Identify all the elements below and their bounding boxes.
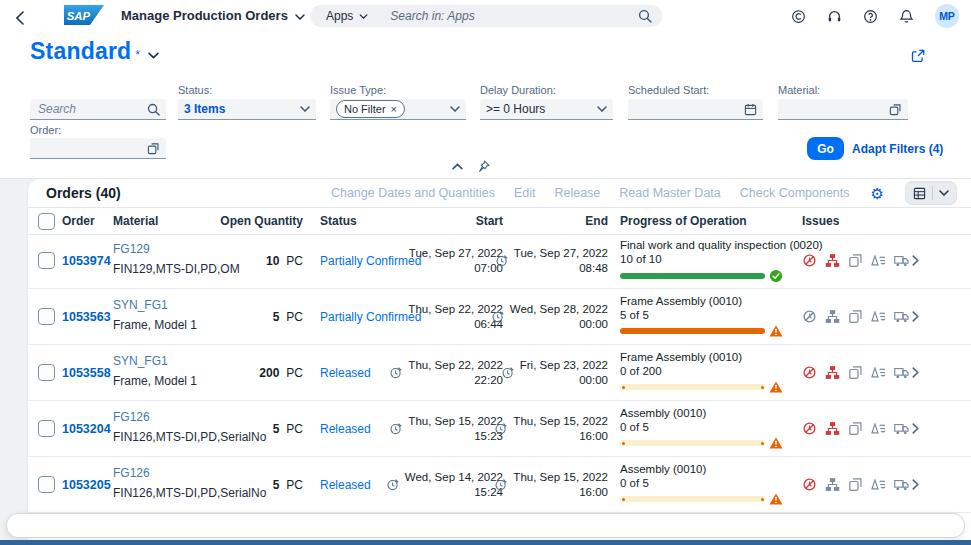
search-field[interactable] xyxy=(30,99,166,120)
shipment-issue-icon[interactable] xyxy=(894,309,909,324)
table-row[interactable]: 1053204 FG126 FIN126,MTS-DI,PD,SerialNo … xyxy=(28,401,971,457)
row-checkbox[interactable] xyxy=(38,252,55,269)
go-button[interactable]: Go xyxy=(807,137,844,160)
documents-issue-icon[interactable] xyxy=(848,309,863,324)
chevron-down-icon[interactable] xyxy=(300,106,310,112)
delay-duration-filter[interactable]: >= 0 Hours xyxy=(480,99,613,120)
help-icon[interactable] xyxy=(863,9,878,24)
component-issue-icon[interactable] xyxy=(825,309,840,324)
documents-issue-icon[interactable] xyxy=(848,477,863,492)
pin-icon[interactable] xyxy=(477,160,490,173)
release-button[interactable]: Release xyxy=(554,186,600,200)
order-link[interactable]: 1053974 xyxy=(62,254,111,268)
row-checkbox[interactable] xyxy=(38,308,55,325)
col-status[interactable]: Status xyxy=(320,208,357,234)
table-row[interactable]: 1053563 SYN_FG1 Frame, Model 1 5PC Parti… xyxy=(28,289,971,345)
progress-count: 0 of 200 xyxy=(620,364,805,379)
status-filter[interactable]: 3 Items xyxy=(178,99,316,120)
row-checkbox[interactable] xyxy=(38,476,55,493)
component-issue-icon[interactable] xyxy=(825,253,840,268)
notifications-bell-icon[interactable] xyxy=(899,9,914,24)
quality-issue-icon[interactable] xyxy=(871,365,886,380)
documents-issue-icon[interactable] xyxy=(848,365,863,380)
row-navigation-chevron-icon[interactable] xyxy=(912,423,919,434)
delay-issue-icon[interactable] xyxy=(802,421,817,436)
table-row[interactable]: 1053205 FG126 FIN126,MTS-DI,PD,SerialNo … xyxy=(28,457,971,513)
material-cell: SYN_FG1 Frame, Model 1 xyxy=(113,345,197,400)
share-icon[interactable] xyxy=(911,46,925,64)
order-filter[interactable] xyxy=(30,138,166,159)
component-issue-icon[interactable] xyxy=(825,477,840,492)
shipment-issue-icon[interactable] xyxy=(894,253,909,268)
row-navigation-chevron-icon[interactable] xyxy=(912,479,919,490)
quality-issue-icon[interactable] xyxy=(871,253,886,268)
issues-cell xyxy=(802,457,912,512)
search-scope-button[interactable]: Apps xyxy=(320,9,374,23)
collapse-header-icon[interactable] xyxy=(452,163,463,170)
delay-issue-icon[interactable] xyxy=(802,309,817,324)
check-components-button[interactable]: Check Components xyxy=(740,186,850,200)
row-navigation-chevron-icon[interactable] xyxy=(912,367,919,378)
order-link[interactable]: 1053563 xyxy=(62,310,111,324)
col-end[interactable]: End xyxy=(483,208,608,234)
material-filter[interactable] xyxy=(778,99,908,120)
calendar-icon[interactable] xyxy=(744,103,757,116)
token-remove-icon[interactable]: × xyxy=(391,103,397,115)
value-help-icon[interactable] xyxy=(147,142,160,155)
shipment-issue-icon[interactable] xyxy=(894,365,909,380)
select-all-checkbox[interactable] xyxy=(38,213,55,230)
col-order[interactable]: Order xyxy=(62,208,95,234)
chevron-down-icon[interactable] xyxy=(450,106,460,112)
search-icon[interactable] xyxy=(147,103,160,116)
end-time: 16:00 xyxy=(513,429,608,444)
shell-search-input[interactable] xyxy=(388,8,638,24)
copilot-icon[interactable] xyxy=(791,9,806,24)
progress-bar xyxy=(620,273,765,279)
quality-issue-icon[interactable] xyxy=(871,309,886,324)
scheduled-start-filter[interactable] xyxy=(628,99,763,120)
adapt-filters-link[interactable]: Adapt Filters (4) xyxy=(852,142,943,156)
chevron-down-icon[interactable] xyxy=(939,190,949,196)
back-button[interactable] xyxy=(16,8,24,26)
table-column-headers: Order Material Open Quantity Status Star… xyxy=(28,207,971,235)
shipment-issue-icon[interactable] xyxy=(894,421,909,436)
search-icon[interactable] xyxy=(638,9,652,23)
col-issues[interactable]: Issues xyxy=(802,208,839,234)
order-link[interactable]: 1053204 xyxy=(62,422,111,436)
chevron-down-icon[interactable] xyxy=(597,106,607,112)
edit-button[interactable]: Edit xyxy=(514,186,536,200)
row-navigation-chevron-icon[interactable] xyxy=(912,311,919,322)
order-link[interactable]: 1053205 xyxy=(62,478,111,492)
documents-issue-icon[interactable] xyxy=(848,421,863,436)
col-open-quantity[interactable]: Open Quantity xyxy=(206,208,303,234)
export-xls-button[interactable] xyxy=(905,181,957,205)
value-help-icon[interactable] xyxy=(889,103,902,116)
variant-selector[interactable]: Standard * xyxy=(30,38,159,65)
component-issue-icon[interactable] xyxy=(825,365,840,380)
delay-issue-icon[interactable] xyxy=(802,253,817,268)
quality-issue-icon[interactable] xyxy=(871,421,886,436)
user-avatar[interactable]: MP xyxy=(935,4,959,28)
col-material[interactable]: Material xyxy=(113,208,158,234)
row-checkbox[interactable] xyxy=(38,364,55,381)
search-input[interactable] xyxy=(36,101,147,117)
quality-issue-icon[interactable] xyxy=(871,477,886,492)
issue-type-filter[interactable]: No Filter × xyxy=(330,99,466,120)
table-row[interactable]: 1053558 SYN_FG1 Frame, Model 1 200PC Rel… xyxy=(28,345,971,401)
row-checkbox[interactable] xyxy=(38,420,55,437)
table-settings-gear-icon[interactable]: ⚙ xyxy=(869,186,886,201)
change-dates-quantities-button[interactable]: Change Dates and Quantities xyxy=(331,186,495,200)
support-headset-icon[interactable] xyxy=(827,9,842,24)
col-progress[interactable]: Progress of Operation xyxy=(620,208,747,234)
row-navigation-chevron-icon[interactable] xyxy=(912,255,919,266)
table-row[interactable]: 1053974 FG129 FIN129,MTS-DI,PD,OM 10PC P… xyxy=(28,233,971,289)
app-title-menu[interactable]: Manage Production Orders xyxy=(121,8,305,23)
read-master-data-button[interactable]: Read Master Data xyxy=(619,186,720,200)
no-filter-token[interactable]: No Filter × xyxy=(336,100,405,118)
component-issue-icon[interactable] xyxy=(825,421,840,436)
order-link[interactable]: 1053558 xyxy=(62,366,111,380)
delay-issue-icon[interactable] xyxy=(802,477,817,492)
documents-issue-icon[interactable] xyxy=(848,253,863,268)
shipment-issue-icon[interactable] xyxy=(894,477,909,492)
delay-issue-icon[interactable] xyxy=(802,365,817,380)
